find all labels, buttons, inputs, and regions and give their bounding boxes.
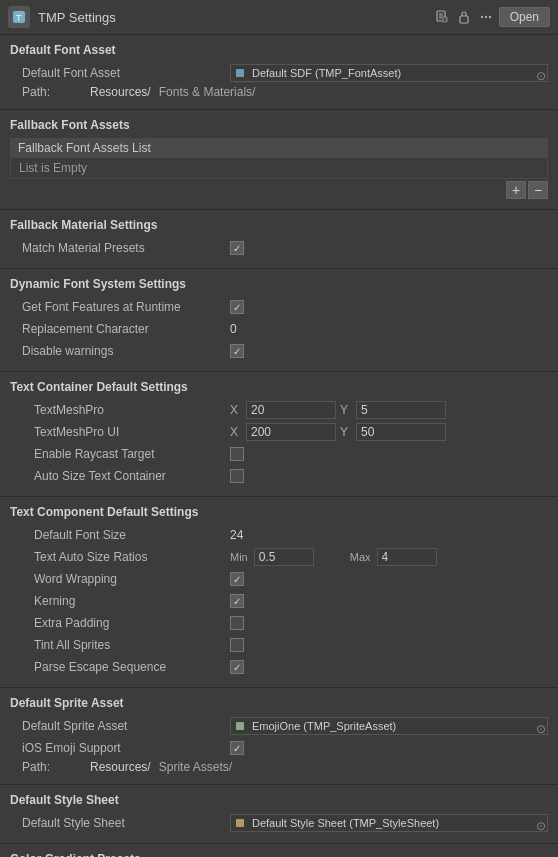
disable-warnings-checkbox[interactable] — [230, 344, 244, 358]
default-sprite-asset-title: Default Sprite Asset — [10, 696, 548, 710]
parse-escape-label: Parse Escape Sequence — [10, 660, 230, 674]
fallback-list-empty: List is Empty — [10, 158, 548, 179]
min-value-input[interactable] — [254, 548, 314, 566]
fallback-list-remove-button[interactable]: − — [528, 181, 548, 199]
auto-size-checkbox[interactable] — [230, 469, 244, 483]
enable-raycast-checkbox[interactable] — [230, 447, 244, 461]
textmeshpro-row: TextMeshPro X Y — [10, 400, 548, 420]
textmeshpro-ui-xy: X Y — [230, 423, 548, 441]
font-asset-icon — [233, 66, 247, 80]
font-asset-picker-icon[interactable]: ⊙ — [536, 69, 544, 77]
title-bar: T TMP Settings ↗ — [0, 0, 558, 35]
style-sheet-row: Default Style Sheet Default Style Sheet … — [10, 813, 548, 833]
enable-raycast-row: Enable Raycast Target — [10, 444, 548, 464]
default-font-asset-title: Default Font Asset — [10, 43, 548, 57]
textmeshpro-y-label: Y — [340, 403, 352, 417]
dynamic-font-title: Dynamic Font System Settings — [10, 277, 548, 291]
font-asset-path-value2: Fonts & Materials/ — [159, 85, 256, 99]
match-material-checkbox[interactable] — [230, 241, 244, 255]
default-font-asset-section: Default Font Asset Default Font Asset De… — [0, 35, 558, 110]
sprite-asset-path-label: Path: — [10, 760, 90, 774]
max-label: Max — [350, 551, 371, 563]
font-asset-field[interactable]: Default SDF (TMP_FontAsset) ⊙ — [230, 64, 548, 82]
textmeshpro-ui-x-input[interactable] — [246, 423, 336, 441]
dynamic-font-section: Dynamic Font System Settings Get Font Fe… — [0, 269, 558, 372]
sprite-asset-field[interactable]: EmojiOne (TMP_SpriteAsset) ⊙ — [230, 717, 548, 735]
fallback-material-section: Fallback Material Settings Match Materia… — [0, 210, 558, 269]
tint-all-sprites-checkbox[interactable] — [230, 638, 244, 652]
textmeshpro-ui-y-input[interactable] — [356, 423, 446, 441]
svg-text:↗: ↗ — [443, 17, 446, 22]
tint-all-sprites-row: Tint All Sprites — [10, 635, 548, 655]
kerning-label: Kerning — [10, 594, 230, 608]
fallback-font-assets-section: Fallback Font Assets Fallback Font Asset… — [0, 110, 558, 210]
fallback-list-header: Fallback Font Assets List — [10, 138, 548, 158]
disable-warnings-row: Disable warnings — [10, 341, 548, 361]
menu-icon[interactable] — [477, 8, 495, 26]
get-font-features-label: Get Font Features at Runtime — [10, 300, 230, 314]
get-font-features-checkbox[interactable] — [230, 300, 244, 314]
window-title: TMP Settings — [38, 10, 116, 25]
sprite-asset-path-value2: Sprite Assets/ — [159, 760, 232, 774]
svg-text:T: T — [16, 13, 22, 23]
disable-warnings-label: Disable warnings — [10, 344, 230, 358]
extra-padding-checkbox[interactable] — [230, 616, 244, 630]
auto-size-ratios-fields: Min Max — [230, 548, 437, 566]
max-value-input[interactable] — [377, 548, 437, 566]
default-font-size-value: 24 — [230, 528, 243, 542]
color-gradient-section: Color Gradient Presets Path: Resources/ … — [0, 844, 558, 857]
enable-raycast-label: Enable Raycast Target — [10, 447, 230, 461]
replacement-char-label: Replacement Character — [10, 322, 230, 336]
ios-emoji-label: iOS Emoji Support — [10, 741, 230, 755]
sprite-asset-picker-icon[interactable]: ⊙ — [536, 722, 544, 730]
fallback-list-add-button[interactable]: + — [506, 181, 526, 199]
kerning-row: Kerning — [10, 591, 548, 611]
ios-emoji-checkbox[interactable] — [230, 741, 244, 755]
style-sheet-field[interactable]: Default Style Sheet (TMP_StyleSheet) ⊙ — [230, 814, 548, 832]
style-sheet-value: Default Style Sheet (TMP_StyleSheet) — [249, 817, 533, 829]
extra-padding-label: Extra Padding — [10, 616, 230, 630]
sprite-asset-value: EmojiOne (TMP_SpriteAsset) — [249, 720, 533, 732]
text-component-title: Text Component Default Settings — [10, 505, 548, 519]
parse-escape-row: Parse Escape Sequence — [10, 657, 548, 677]
match-material-row: Match Material Presets — [10, 238, 548, 258]
default-font-size-label: Default Font Size — [10, 528, 230, 542]
parse-escape-checkbox[interactable] — [230, 660, 244, 674]
style-sheet-icon — [233, 816, 247, 830]
app-icon: T — [8, 6, 30, 28]
font-asset-path-value1: Resources/ — [90, 85, 151, 99]
textmeshpro-x-input[interactable] — [246, 401, 336, 419]
textmeshpro-label: TextMeshPro — [10, 403, 230, 417]
textmeshpro-y-input[interactable] — [356, 401, 446, 419]
style-sheet-label: Default Style Sheet — [10, 816, 230, 830]
replacement-char-row: Replacement Character 0 — [10, 319, 548, 339]
font-asset-path-label: Path: — [10, 85, 90, 99]
min-label: Min — [230, 551, 248, 563]
textmeshpro-x-label: X — [230, 403, 242, 417]
svg-rect-13 — [236, 722, 244, 730]
default-style-sheet-section: Default Style Sheet Default Style Sheet … — [0, 785, 558, 844]
fallback-font-assets-title: Fallback Font Assets — [10, 118, 548, 132]
default-style-sheet-title: Default Style Sheet — [10, 793, 548, 807]
text-component-section: Text Component Default Settings Default … — [0, 497, 558, 688]
svg-rect-14 — [236, 819, 244, 827]
word-wrapping-checkbox[interactable] — [230, 572, 244, 586]
sprite-asset-path-row: Path: Resources/ Sprite Assets/ — [10, 760, 548, 774]
sprite-asset-row: Default Sprite Asset EmojiOne (TMP_Sprit… — [10, 716, 548, 736]
lock-icon[interactable] — [455, 8, 473, 26]
title-bar-right: ↗ Open — [433, 7, 550, 27]
font-asset-path-row: Path: Resources/ Fonts & Materials/ — [10, 85, 548, 99]
docs-icon[interactable]: ↗ — [433, 8, 451, 26]
open-button[interactable]: Open — [499, 7, 550, 27]
svg-rect-12 — [236, 69, 244, 77]
svg-point-9 — [480, 16, 482, 18]
replacement-char-value: 0 — [230, 322, 237, 336]
sprite-asset-icon — [233, 719, 247, 733]
font-asset-value: Default SDF (TMP_FontAsset) — [249, 67, 533, 79]
kerning-checkbox[interactable] — [230, 594, 244, 608]
default-font-size-row: Default Font Size 24 — [10, 525, 548, 545]
svg-rect-8 — [460, 16, 468, 23]
style-sheet-picker-icon[interactable]: ⊙ — [536, 819, 544, 827]
textmeshpro-ui-row: TextMeshPro UI X Y — [10, 422, 548, 442]
textmeshpro-ui-label: TextMeshPro UI — [10, 425, 230, 439]
